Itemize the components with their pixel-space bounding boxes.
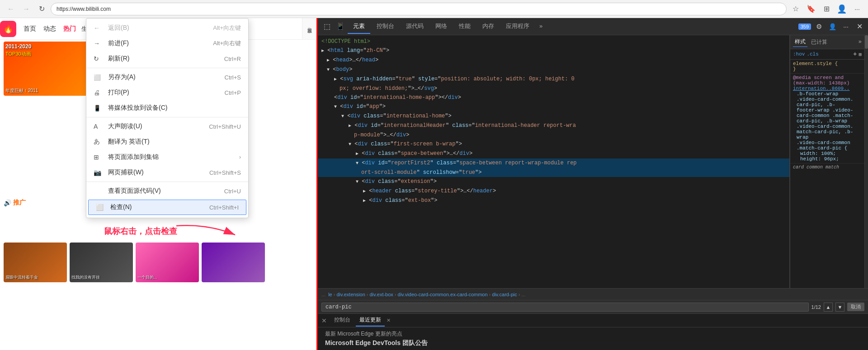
dom-line-intl-header-cont[interactable]: p-module">…</div> <box>318 131 789 140</box>
dom-line-header[interactable]: ▶ <header class="storey-title">…</header… <box>318 187 789 196</box>
dom-line-extbox[interactable]: ▶ <div class="ext-box"> <box>318 196 789 205</box>
tab-memory[interactable]: 内存 <box>477 19 500 34</box>
devtools-header: ⬚ 📱 元素 控制台 源代码 网络 性能 内存 应用程序 » 359 ⚙ 👤 ·… <box>318 18 868 35</box>
breadcrumb-extbox[interactable]: div.ext-box <box>369 292 393 297</box>
class-filter-btn[interactable]: .cls <box>807 51 818 57</box>
dom-line-app[interactable]: ▼ <div id="app"> <box>318 102 789 112</box>
video-card-5[interactable]: 一个目的... <box>136 243 199 282</box>
dom-scrollbar[interactable] <box>864 35 868 288</box>
menu-item-capture[interactable]: 📷 网页捕获(W) Ctrl+Shift+S <box>86 165 248 180</box>
dom-line-intl-app[interactable]: <div id="international-home-app"></div> <box>318 93 789 102</box>
dom-line-firstscreen[interactable]: ▼ <div class="first-screen b-wrap"> <box>318 140 789 149</box>
inspect-menu-shortcut: Ctrl+Shift+I <box>209 204 239 211</box>
more-button[interactable]: ··· <box>851 3 863 15</box>
devtools-close-btn[interactable]: ✕ <box>854 21 865 33</box>
tab-elements[interactable]: 元素 <box>348 19 370 34</box>
dom-line-intl-header[interactable]: ▶ <div id="internationalHeader" class="i… <box>318 121 789 131</box>
promo-label: 推广 <box>13 199 26 207</box>
video-card-6[interactable] <box>202 243 265 282</box>
tab-application[interactable]: 应用程序 <box>500 19 535 34</box>
refresh-style-btn[interactable]: ⊞ <box>859 51 862 57</box>
devtools-settings-btn[interactable]: ⚙ <box>813 21 825 33</box>
styles-tab-computed[interactable]: 已计算 <box>809 37 829 47</box>
breadcrumb-videocard[interactable]: div.video-card-common.ex-card-common <box>398 292 488 297</box>
star-button[interactable]: ☆ <box>789 3 802 15</box>
back-menu-icon: ← <box>94 24 104 32</box>
menu-item-back[interactable]: ← 返回(B) Alt+向左键 <box>86 20 248 36</box>
dom-line-spacebetween[interactable]: ▶ <div class="space-between">…</div> <box>318 149 789 159</box>
search-cancel-btn[interactable]: 取消 <box>847 303 864 311</box>
video-card-1[interactable]: 2011-2020 TOP30动画 年度巨献！2011 <box>4 42 99 96</box>
tab-performance[interactable]: 性能 <box>453 19 476 34</box>
bookmark-button[interactable]: 🔖 <box>805 3 817 15</box>
devtools-more-btn[interactable]: ··· <box>840 21 852 33</box>
pseudo-filter-btn[interactable]: :hov <box>793 51 805 57</box>
menu-item-saveas[interactable]: ⬜ 另存为(A) Ctrl+S <box>86 70 248 85</box>
video-card-3[interactable]: 眉眼中流转着千金 <box>4 243 67 282</box>
style-source-link[interactable]: internation..8609.. <box>793 86 862 91</box>
forward-button[interactable]: → <box>20 3 33 15</box>
menu-item-viewsource[interactable]: 查看页面源代码(V) Ctrl+U <box>86 183 248 199</box>
translate-menu-icon: あ <box>94 138 104 146</box>
capture-menu-label: 网页捕获(W) <box>108 168 209 177</box>
profile-button[interactable]: 👤 <box>835 3 848 15</box>
devtools-select-tool[interactable]: ⬚ <box>321 20 333 33</box>
breadcrumb-cardpic[interactable]: div.card-pic <box>492 292 517 297</box>
saveas-menu-label: 另存为(A) <box>108 73 225 81</box>
tab-collection-button[interactable]: ⊞ <box>820 3 833 15</box>
dom-line-extension[interactable]: ▼ <div class="extension"> <box>318 177 789 187</box>
back-button[interactable]: ← <box>5 3 17 15</box>
promo-icon: 🔊 <box>4 199 11 206</box>
menu-item-collection[interactable]: ⊞ 将页面添加到集锦 › <box>86 149 248 165</box>
tab-console[interactable]: 控制台 <box>371 19 400 34</box>
breadcrumb-extension[interactable]: div.extension <box>336 292 365 297</box>
devtools-focus-btn[interactable]: 👤 <box>826 21 838 33</box>
nav-home[interactable]: 首页 <box>20 25 40 33</box>
close-updates-tab[interactable]: ✕ <box>387 317 391 323</box>
bottom-tab-updates[interactable]: 最近更新 <box>356 314 385 327</box>
dom-line-head[interactable]: ▶ <head>…</head> <box>318 56 789 65</box>
styles-tab-styles[interactable]: 样式 <box>793 37 807 47</box>
styles-more[interactable]: » <box>859 39 862 45</box>
dom-line-doctype[interactable]: <!DOCTYPE html> <box>318 37 789 46</box>
refresh-button[interactable]: ↻ <box>35 3 48 15</box>
devtools-body: <!DOCTYPE html> ▶ <html lang="zh-CN"> ▶ … <box>318 35 868 288</box>
search-input[interactable] <box>321 303 809 312</box>
close-bottom-btn[interactable]: ✕ <box>321 317 327 324</box>
devtools-mobile-tool[interactable]: 📱 <box>334 20 347 33</box>
bottom-title: Microsoft Edge DevTools 团队公告 <box>325 339 861 347</box>
tab-network[interactable]: 网络 <box>430 19 453 34</box>
menu-item-cast[interactable]: 📱 将媒体投放到设备(C) <box>86 100 248 116</box>
dom-line-svg[interactable]: ▶ <svg aria-hidden="true" style="positio… <box>318 75 789 84</box>
search-next-btn[interactable]: ▼ <box>835 303 844 312</box>
menu-item-forward[interactable]: → 前进(F) Alt+向右键 <box>86 36 248 51</box>
breadcrumb-le[interactable]: le <box>328 292 332 297</box>
menu-item-print[interactable]: 🖨 打印(P) Ctrl+P <box>86 85 248 100</box>
menu-divider-3 <box>86 182 248 182</box>
nav-dynamic[interactable]: 动态 <box>40 25 60 33</box>
print-menu-shortcut: Ctrl+P <box>225 89 241 96</box>
forward-menu-label: 前进(F) <box>108 39 213 47</box>
video-card-4[interactable]: 找我的没有开挂 <box>70 243 133 282</box>
styles-header: 样式 已计算 » <box>790 35 864 49</box>
dom-line-svg-cont[interactable]: px; overflow: hidden;">…</svg> <box>318 84 789 93</box>
dom-line-intl-home[interactable]: ▼ <div class="international-home"> <box>318 112 789 121</box>
menu-item-translate[interactable]: あ 翻译为 英语(T) <box>86 134 248 149</box>
add-style-btn[interactable]: + <box>853 51 857 58</box>
dom-line-reportfirst-cont[interactable]: ort-scroll-module" scrollshow="true"> <box>318 168 789 177</box>
dom-line-body[interactable]: ▼ <body> <box>318 65 789 75</box>
search-prev-btn[interactable]: ▲ <box>824 303 833 312</box>
browser-toolbar: ← → ↻ ☆ 🔖 ⊞ 👤 ··· <box>0 0 868 18</box>
address-bar[interactable] <box>51 3 787 15</box>
context-menu: ← 返回(B) Alt+向左键 → 前进(F) Alt+向右键 ↻ 刷新(R) … <box>86 18 249 218</box>
tab-sources[interactable]: 源代码 <box>401 19 429 34</box>
dom-line-reportfirst[interactable]: ▼ <div id="reportFirst2" class="space-be… <box>318 159 789 168</box>
bottom-tabs: ✕ 控制台 最近更新 ✕ <box>318 314 868 327</box>
menu-item-inspect[interactable]: ⬜ 检查(N) Ctrl+Shift+I <box>88 200 246 215</box>
bottom-tab-console[interactable]: 控制台 <box>330 314 354 327</box>
tab-more[interactable]: » <box>536 20 546 33</box>
nav-hot[interactable]: 热门 <box>60 25 80 33</box>
menu-item-refresh[interactable]: ↻ 刷新(R) Ctrl+R <box>86 51 248 66</box>
menu-item-read[interactable]: A 大声朗读(U) Ctrl+Shift+U <box>86 119 248 134</box>
dom-line-html[interactable]: ▶ <html lang="zh-CN"> <box>318 46 789 56</box>
